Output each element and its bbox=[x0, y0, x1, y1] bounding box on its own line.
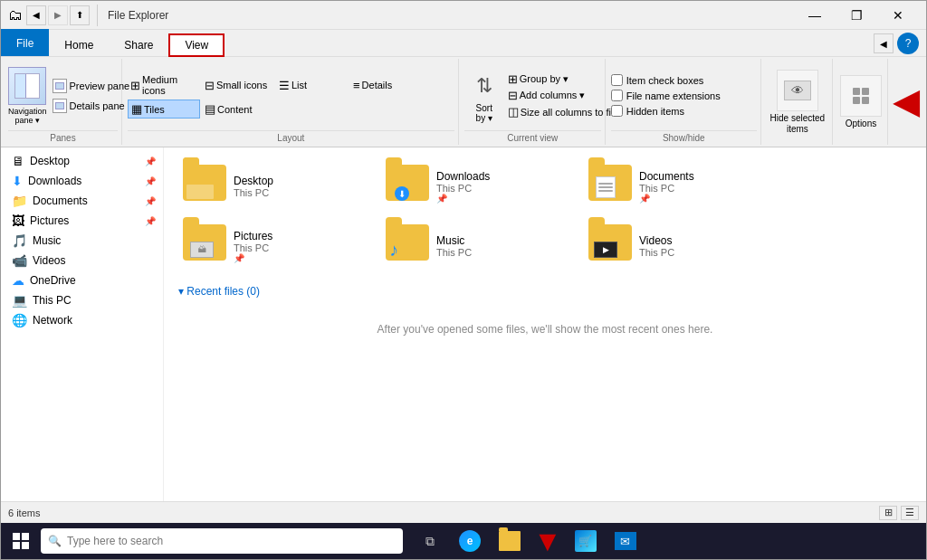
close-button[interactable]: ✕ bbox=[877, 1, 919, 30]
folder-pictures[interactable]: 🏔 Pictures This PC 📌 bbox=[175, 218, 374, 274]
options-label: Options bbox=[846, 119, 876, 128]
folder-downloads-info: Downloads This PC 📌 bbox=[436, 170, 569, 204]
sidebar-item-pictures[interactable]: 🖼 Pictures 📌 bbox=[1, 211, 163, 231]
minimize-button[interactable]: — bbox=[794, 1, 836, 30]
hide-selected-group: 👁 Hide selected items bbox=[763, 59, 833, 145]
edge-browser-button[interactable]: e bbox=[454, 525, 486, 557]
search-bar[interactable]: 🔍 bbox=[41, 528, 403, 554]
details-view-btn[interactable]: ☰ bbox=[901, 506, 919, 520]
file-explorer-taskbar-button[interactable] bbox=[493, 525, 526, 557]
forward-button[interactable]: ▶ bbox=[48, 5, 68, 25]
pin-indicator-docs: 📌 bbox=[639, 194, 771, 204]
hide-selected-button[interactable]: 👁 bbox=[777, 70, 818, 111]
window-icon: 🗂 bbox=[8, 7, 23, 24]
panes-group: Navigationpane ▾ Preview pane Deta bbox=[5, 59, 122, 145]
tab-share[interactable]: Share bbox=[109, 33, 168, 56]
downloads-icon: ⬇ bbox=[12, 174, 23, 188]
pin-icon-downloads: 📌 bbox=[145, 176, 156, 186]
recent-files-header[interactable]: ▾ Recent files (0) bbox=[178, 285, 912, 298]
taskbar-icons: ⧉ e ▼ 🛒 ✉ bbox=[414, 525, 642, 557]
taskbar: 🔍 ⧉ e ▼ 🛒 ✉ bbox=[1, 523, 926, 559]
layout-list[interactable]: ☰ List bbox=[276, 72, 349, 98]
details-icon: ≡ bbox=[353, 79, 360, 92]
details-pane-checkbox[interactable]: Details pane bbox=[51, 98, 132, 114]
hidden-items-cb[interactable] bbox=[611, 105, 623, 117]
preview-pane-checkbox[interactable]: Preview pane bbox=[51, 78, 132, 94]
pin-indicator: 📌 bbox=[436, 194, 569, 204]
window-controls: — ❐ ✕ bbox=[794, 1, 919, 30]
sidebar-item-downloads[interactable]: ⬇ Downloads 📌 bbox=[1, 171, 163, 191]
folder-documents[interactable]: Documents This PC 📌 bbox=[580, 158, 779, 214]
help-button[interactable]: ? bbox=[897, 33, 919, 54]
folder-videos[interactable]: ▶ Videos This PC bbox=[580, 218, 779, 274]
folder-videos-info: Videos This PC bbox=[639, 234, 771, 258]
documents-icon: 📁 bbox=[12, 194, 27, 208]
sidebar-item-this-pc[interactable]: 💻 This PC bbox=[1, 290, 163, 310]
network-icon: 🌐 bbox=[12, 313, 27, 327]
item-check-boxes-cb[interactable] bbox=[611, 74, 623, 86]
folder-pictures-icon: 🏔 bbox=[183, 224, 226, 268]
main-area: 🖥 Desktop 📌 ⬇ Downloads 📌 📁 Documents 📌 … bbox=[1, 147, 926, 501]
layout-content[interactable]: ▤ Content bbox=[202, 100, 274, 119]
hide-selected-icon: 👁 bbox=[784, 81, 811, 100]
folder-desktop[interactable]: Desktop This PC bbox=[175, 158, 374, 214]
red-arrow-icon: ◀ bbox=[894, 83, 919, 121]
mail-icon: ✉ bbox=[615, 532, 636, 550]
sidebar-item-music[interactable]: 🎵 Music bbox=[1, 231, 163, 251]
red-down-arrow-icon: ▼ bbox=[533, 527, 562, 555]
red-down-arrow-container: ▼ bbox=[533, 527, 562, 555]
file-name-extensions-toggle[interactable]: File name extensions bbox=[611, 90, 757, 101]
navigation-pane-button[interactable]: Navigationpane ▾ bbox=[8, 67, 47, 125]
layout-medium-icons[interactable]: ⊞ Medium icons bbox=[128, 72, 200, 98]
group-by-button[interactable]: ⊞ Group by ▾ bbox=[508, 72, 614, 86]
size-columns-button[interactable]: ◫ Size all columns to fit bbox=[508, 105, 614, 119]
sidebar-item-documents[interactable]: 📁 Documents 📌 bbox=[1, 191, 163, 211]
folder-music-icon: ♪ bbox=[386, 224, 429, 268]
layout-tiles[interactable]: ▦ Tiles bbox=[128, 100, 200, 119]
mail-button[interactable]: ✉ bbox=[609, 525, 642, 557]
task-view-button[interactable]: ⧉ bbox=[414, 525, 446, 557]
add-columns-button[interactable]: ⊟ Add columns ▾ bbox=[508, 89, 614, 102]
item-check-boxes-toggle[interactable]: Item check boxes bbox=[611, 74, 757, 86]
layout-details[interactable]: ≡ Details bbox=[350, 72, 423, 98]
status-bar-right: ⊞ ☰ bbox=[879, 506, 919, 520]
back-button[interactable]: ◀ bbox=[26, 5, 46, 25]
sidebar-item-desktop[interactable]: 🖥 Desktop 📌 bbox=[1, 151, 163, 171]
sidebar-item-videos[interactable]: 📹 Videos bbox=[1, 251, 163, 271]
maximize-button[interactable]: ❐ bbox=[836, 1, 877, 30]
small-icons-icon: ⊟ bbox=[205, 79, 215, 92]
current-view-group: ⇅ Sortby ▾ ⊞ Group by ▾ ⊟ Add columns ▾ … bbox=[461, 59, 606, 145]
search-input[interactable] bbox=[67, 535, 396, 547]
folder-desktop-info: Desktop This PC bbox=[234, 175, 366, 198]
store-button[interactable]: 🛒 bbox=[569, 525, 602, 557]
large-icons-view-btn[interactable]: ⊞ bbox=[879, 506, 897, 520]
folder-documents-icon bbox=[588, 165, 632, 208]
sidebar-item-network[interactable]: 🌐 Network bbox=[1, 310, 163, 330]
current-view-buttons: ⊞ Group by ▾ ⊟ Add columns ▾ ◫ Size all … bbox=[508, 72, 614, 119]
options-button[interactable] bbox=[840, 75, 882, 117]
start-button[interactable] bbox=[5, 525, 37, 557]
options-group: Options bbox=[835, 59, 888, 145]
onedrive-icon: ☁ bbox=[12, 273, 24, 288]
ribbon-back-btn[interactable]: ◀ bbox=[874, 33, 894, 53]
folder-music[interactable]: ♪ Music This PC bbox=[377, 218, 577, 274]
title-bar: 🗂 ◀ ▶ ⬆ File Explorer — ❐ ✕ bbox=[1, 1, 926, 30]
up-button[interactable]: ⬆ bbox=[70, 5, 90, 25]
sort-by-button[interactable]: ⇅ Sortby ▾ bbox=[464, 69, 504, 123]
tab-view[interactable]: View bbox=[168, 33, 225, 57]
tiles-icon: ▦ bbox=[131, 102, 142, 116]
hidden-items-toggle[interactable]: Hidden items bbox=[611, 105, 757, 117]
file-explorer-window: 🗂 ◀ ▶ ⬆ File Explorer — ❐ ✕ File Home Sh… bbox=[0, 0, 927, 560]
folder-downloads[interactable]: ⬇ Downloads This PC 📌 bbox=[377, 158, 577, 214]
layout-small-icons[interactable]: ⊟ Small icons bbox=[202, 72, 274, 98]
red-arrow-indicator: ◀ bbox=[890, 59, 922, 145]
tab-file[interactable]: File bbox=[1, 29, 49, 56]
folder-pictures-info: Pictures This PC 📌 bbox=[234, 230, 366, 263]
add-columns-icon: ⊟ bbox=[508, 89, 518, 102]
file-name-extensions-cb[interactable] bbox=[611, 90, 623, 101]
tab-home[interactable]: Home bbox=[49, 33, 109, 56]
content-area: Desktop This PC ⬇ Downloads This PC bbox=[164, 147, 926, 501]
sidebar-item-onedrive[interactable]: ☁ OneDrive bbox=[1, 271, 163, 290]
show-hide-group: Item check boxes File name extensions Hi… bbox=[607, 59, 761, 145]
search-icon: 🔍 bbox=[48, 535, 62, 547]
